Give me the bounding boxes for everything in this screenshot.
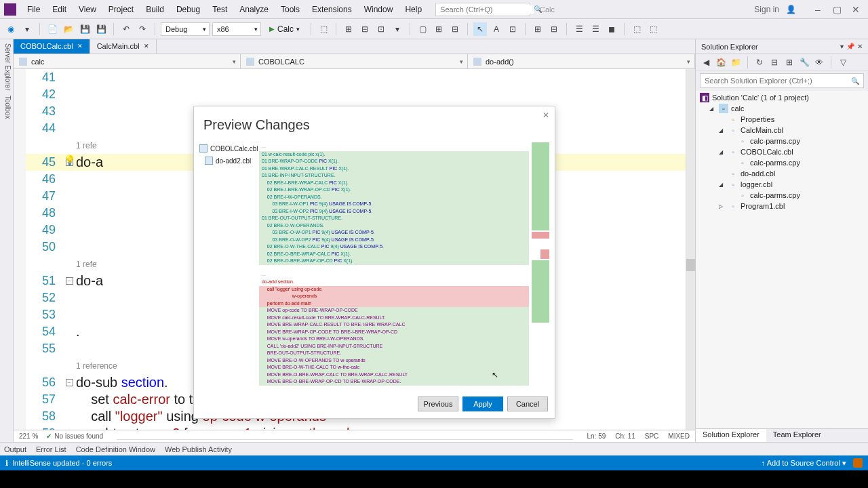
toolbar-icon[interactable]: ↖ bbox=[473, 22, 487, 36]
collapse-icon[interactable]: ⊟ bbox=[768, 56, 781, 68]
home-icon[interactable]: 🏠 bbox=[715, 56, 727, 68]
fold-toggle[interactable]: − bbox=[66, 277, 73, 285]
tab-solution-explorer[interactable]: Solution Explorer bbox=[696, 429, 766, 442]
toolbar-icon[interactable]: ⊞ bbox=[342, 22, 355, 36]
tree-node[interactable]: ▫do-add.cbl bbox=[696, 168, 868, 179]
bottom-panel-tabs[interactable]: OutputError ListCode Definition WindowWe… bbox=[0, 442, 868, 455]
solution-search[interactable]: 🔍 bbox=[700, 73, 864, 88]
tree-node[interactable]: ◢▫logger.cbl bbox=[696, 179, 868, 190]
nav-fwd-icon[interactable]: ▾ bbox=[20, 22, 34, 36]
tree-node[interactable]: ◢▫CalcMain.cbl bbox=[696, 125, 868, 136]
platform-select[interactable]: x86 bbox=[212, 22, 261, 36]
tab-close-icon[interactable]: ✕ bbox=[144, 43, 149, 49]
tab-close-icon[interactable]: ✕ bbox=[77, 43, 83, 49]
global-search-input[interactable] bbox=[440, 5, 534, 14]
tree-node[interactable]: ◢▫calc bbox=[696, 103, 868, 114]
solution-explorer-header[interactable]: Solution Explorer ▾📌✕ bbox=[696, 39, 868, 54]
save-all-icon[interactable]: 💾 bbox=[94, 22, 108, 36]
tree-node[interactable]: ▫calc-parms.cpy bbox=[696, 136, 868, 146]
tool-window-tabs[interactable]: Solution Explorer Team Explorer bbox=[696, 428, 868, 442]
toolbar-icon[interactable]: ⬚ bbox=[630, 22, 644, 36]
properties-icon[interactable]: 🔧 bbox=[798, 56, 810, 68]
toolbar-icon[interactable]: ⊡ bbox=[374, 22, 388, 36]
menu-window[interactable]: Window bbox=[359, 2, 399, 17]
maximize-button[interactable]: ▢ bbox=[829, 3, 845, 16]
nav-scope-dropdown[interactable]: calc bbox=[14, 54, 241, 68]
file-tree-item[interactable]: do-add2.cbl bbox=[199, 155, 259, 167]
file-tree-item[interactable]: COBOLCalc.cbl bbox=[199, 142, 259, 155]
toolbar-icon[interactable]: ⊞ bbox=[531, 22, 545, 36]
toolbar-icon[interactable]: ☰ bbox=[572, 22, 586, 36]
menu-test[interactable]: Test bbox=[207, 2, 233, 17]
refresh-icon[interactable]: ↻ bbox=[753, 56, 766, 68]
menu-debug[interactable]: Debug bbox=[171, 2, 205, 17]
menu-analyze[interactable]: Analyze bbox=[234, 2, 274, 17]
lightbulb-icon[interactable]: 💡 bbox=[64, 155, 75, 165]
tree-node[interactable]: ◢▫COBOLCalc.cbl bbox=[696, 146, 868, 157]
undo-icon[interactable]: ↶ bbox=[119, 22, 133, 36]
minimize-button[interactable]: – bbox=[810, 3, 826, 16]
toolbar-icon[interactable]: ⬚ bbox=[317, 22, 330, 36]
pin-icon[interactable]: 📌 bbox=[846, 43, 854, 50]
toolbar-icon[interactable]: ▾ bbox=[391, 22, 404, 36]
toolbar-icon[interactable]: ⊞ bbox=[432, 22, 446, 36]
panel-tab[interactable]: Code Definition Window bbox=[76, 445, 155, 453]
notification-bell-icon[interactable] bbox=[853, 458, 863, 468]
tree-node[interactable]: ▫calc-parms.cpy bbox=[696, 190, 868, 201]
menu-tools[interactable]: Tools bbox=[275, 2, 305, 17]
panel-tab[interactable]: Web Publish Activity bbox=[165, 445, 232, 453]
rail-tab[interactable]: Server Explorer bbox=[1, 43, 12, 90]
source-control-button[interactable]: ↑ Add to Source Control ▾ bbox=[762, 459, 846, 468]
scrollbar-map[interactable] bbox=[686, 69, 695, 430]
dialog-close-icon[interactable]: ✕ bbox=[542, 110, 549, 120]
menu-view[interactable]: View bbox=[73, 2, 102, 17]
nav-member-dropdown[interactable]: do-add() bbox=[468, 54, 695, 68]
solution-node[interactable]: ◧Solution 'Calc' (1 of 1 project) bbox=[696, 92, 868, 103]
toolbar-icon[interactable]: ⊟ bbox=[547, 22, 561, 36]
toolbar-icon[interactable]: ▢ bbox=[416, 22, 429, 36]
preview-icon[interactable]: 👁 bbox=[813, 56, 825, 68]
diff-preview[interactable]: ... 01 w-calc-result-code pic x(1).01 BR… bbox=[259, 142, 529, 386]
solution-tree[interactable]: ◧Solution 'Calc' (1 of 1 project) ◢▫calc… bbox=[696, 91, 868, 428]
close-icon[interactable]: ✕ bbox=[857, 43, 863, 50]
toolbar-icon[interactable]: ☰ bbox=[589, 22, 602, 36]
sign-in-link[interactable]: Sign in bbox=[754, 5, 779, 14]
apply-button[interactable]: Apply bbox=[462, 396, 503, 411]
document-tab[interactable]: CalcMain.cbl✕ bbox=[90, 39, 157, 54]
toolbar-icon[interactable]: ⊡ bbox=[506, 22, 519, 36]
toolbar-icon[interactable]: ◼ bbox=[605, 22, 618, 36]
menu-edit[interactable]: Edit bbox=[47, 2, 72, 17]
tree-node[interactable]: ▷▫Program1.cbl bbox=[696, 201, 868, 211]
changed-files-tree[interactable]: COBOLCalc.cbl do-add2.cbl bbox=[199, 142, 259, 386]
toolbar-icon[interactable]: A bbox=[490, 22, 503, 36]
menu-file[interactable]: File bbox=[22, 2, 45, 17]
menu-help[interactable]: Help bbox=[399, 2, 427, 17]
rail-tab[interactable]: Toolbox bbox=[1, 96, 12, 119]
fold-toggle[interactable]: − bbox=[66, 379, 73, 386]
tab-team-explorer[interactable]: Team Explorer bbox=[766, 429, 828, 442]
nav-back-icon[interactable]: ◉ bbox=[4, 22, 18, 36]
dropdown-icon[interactable]: ▾ bbox=[840, 43, 844, 50]
show-all-icon[interactable]: ⊞ bbox=[783, 56, 795, 68]
global-search[interactable]: 🔍 bbox=[435, 3, 530, 16]
menu-extensions[interactable]: Extensions bbox=[307, 2, 357, 17]
tree-node[interactable]: ▫Properties bbox=[696, 114, 868, 125]
menu-project[interactable]: Project bbox=[103, 2, 139, 17]
toolbar-icon[interactable]: ⊟ bbox=[448, 22, 462, 36]
diff-minimap[interactable] bbox=[532, 142, 549, 386]
nav-type-dropdown[interactable]: COBOLCALC bbox=[241, 54, 468, 68]
save-icon[interactable]: 💾 bbox=[78, 22, 92, 36]
panel-tab[interactable]: Error List bbox=[36, 445, 66, 453]
menu-build[interactable]: Build bbox=[140, 2, 170, 17]
zoom-level[interactable]: 221 % bbox=[19, 432, 38, 440]
config-select[interactable]: Debug bbox=[161, 22, 210, 36]
user-icon[interactable]: 👤 bbox=[786, 5, 796, 14]
solution-search-input[interactable] bbox=[705, 77, 851, 85]
document-tab[interactable]: COBOLCalc.cbl✕ bbox=[14, 39, 90, 54]
sync-icon[interactable]: 📁 bbox=[730, 56, 742, 68]
tree-node[interactable]: ▫calc-parms.cpy bbox=[696, 157, 868, 168]
filter-icon[interactable]: ▽ bbox=[837, 56, 849, 68]
start-debug-button[interactable]: ▶Calc▾ bbox=[264, 24, 305, 34]
toolbar-icon[interactable]: ⊟ bbox=[358, 22, 372, 36]
toolbar-icon[interactable]: ⬚ bbox=[646, 22, 660, 36]
